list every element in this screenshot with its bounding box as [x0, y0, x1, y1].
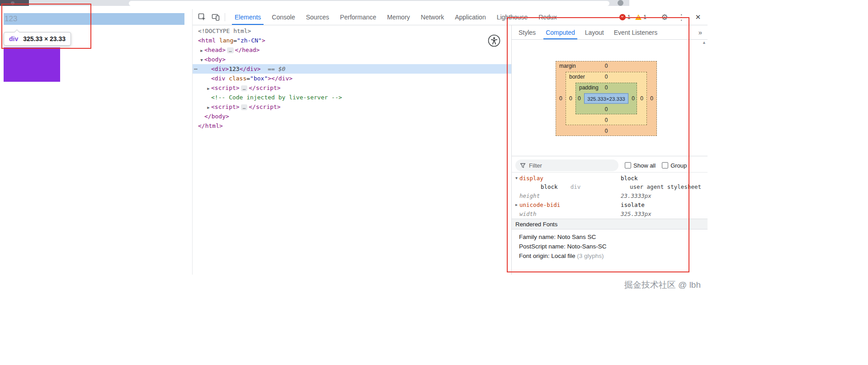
devtools-tab-application[interactable]: Application [449, 9, 491, 25]
border-right-value[interactable]: 0 [640, 95, 643, 102]
margin-top-value[interactable]: 0 [605, 63, 608, 69]
box-model-content[interactable]: 325.333×23.333 [584, 94, 628, 104]
padding-bottom-value[interactable]: 0 [605, 106, 608, 112]
element-size-tooltip: div 325.33 × 23.33 [4, 32, 71, 46]
padding-right-value[interactable]: 0 [632, 95, 635, 102]
dom-tree-row[interactable]: <html lang="zh-CN"> [193, 36, 511, 45]
filter-input[interactable]: Filter [515, 159, 618, 171]
device-toolbar-icon[interactable] [210, 11, 222, 23]
sidebar-tab-styles[interactable]: Styles [514, 25, 541, 39]
scrollbar-up-arrow[interactable]: ▲ [701, 39, 708, 46]
dom-tree-row[interactable]: </html> [193, 121, 511, 131]
computed-property-row[interactable]: height23.3333px [512, 191, 708, 200]
padding-label: padding [579, 84, 599, 91]
row-more-dots-icon[interactable]: ⋯ [194, 64, 198, 74]
token-doctype: <!DOCTYPE html> [198, 28, 251, 34]
margin-left-value[interactable]: 0 [559, 95, 562, 102]
border-label: border [569, 74, 585, 80]
font-info-text: Font origin: Local file [519, 253, 576, 259]
dom-tree-row[interactable]: <!-- Code injected by live-server --> [193, 93, 511, 102]
border-left-value[interactable]: 0 [569, 95, 572, 102]
devtools-tab-console[interactable]: Console [266, 9, 300, 25]
collapsed-content-icon[interactable]: … [241, 104, 248, 110]
dom-tree-row[interactable]: <div class="box"></div> [193, 74, 511, 83]
computed-property-row[interactable]: ▼displayblock [512, 173, 708, 182]
token-tag: </div> [240, 66, 261, 72]
token-val: "zh-CN" [237, 37, 262, 44]
address-bar-fragment[interactable] [129, 1, 609, 6]
token-tag: </head> [235, 47, 260, 53]
group-label: Group [670, 162, 687, 169]
console-warning-badge[interactable]: 1 [635, 14, 646, 20]
profile-avatar[interactable] [618, 0, 623, 6]
show-all-checkbox[interactable]: Show all [625, 162, 656, 169]
font-info-row: Font origin: Local file (3 glyphs) [512, 251, 708, 261]
expand-arrow-icon[interactable]: ▶ [514, 203, 519, 207]
token-punct: = [246, 75, 250, 82]
padding-top-value[interactable]: 0 [605, 84, 608, 91]
devtools-tab-lighthouse[interactable]: Lighthouse [491, 9, 533, 25]
purple-box-element [4, 47, 60, 82]
reload-icon[interactable] [11, 1, 14, 5]
tooltip-tag-name: div [9, 35, 18, 42]
computed-properties-list: ▼displayblockblockdivuser agent styleshe… [512, 173, 708, 218]
sidebar-tab-bar: StylesComputedLayoutEvent Listeners » [512, 25, 708, 40]
margin-right-value[interactable]: 0 [650, 95, 653, 102]
trace-stylesheet-link[interactable]: user agent stylesheet [630, 183, 701, 190]
font-info-text: PostScript name: Noto-Sans-SC [519, 243, 607, 250]
expand-arrow-icon[interactable]: ▶ [206, 103, 211, 112]
property-value: isolate [621, 201, 645, 208]
devtools-tab-elements[interactable]: Elements [229, 9, 266, 25]
expand-arrow-icon[interactable]: ▶ [206, 84, 211, 94]
margin-bottom-value[interactable]: 0 [605, 128, 608, 134]
computed-filter-row: Filter Show all Group [512, 159, 708, 172]
more-tabs-icon[interactable]: » [693, 25, 708, 39]
accessibility-icon[interactable] [487, 34, 501, 47]
dom-tree-row[interactable]: ⋯<div>123</div> == $0 [193, 64, 511, 74]
dom-tree-row[interactable]: ▶<script>…</script> [193, 83, 511, 93]
devtools-tab-performance[interactable]: Performance [335, 9, 382, 25]
border-bottom-value[interactable]: 0 [605, 117, 608, 123]
devtools-tab-network[interactable]: Network [415, 9, 449, 25]
devtools-tab-memory[interactable]: Memory [382, 9, 415, 25]
dom-tree-row[interactable]: ▶<script>…</script> [193, 102, 511, 112]
computed-property-trace-row[interactable]: blockdivuser agent stylesheet [512, 182, 708, 191]
computed-property-row[interactable]: width325.333px [512, 209, 708, 218]
close-devtools-icon[interactable]: ✕ [692, 11, 704, 23]
dom-tree-row[interactable]: <!DOCTYPE html> [193, 26, 511, 36]
expand-arrow-icon[interactable]: ▼ [514, 176, 519, 180]
expand-arrow-icon[interactable]: ▶ [199, 46, 204, 56]
dom-tree-panel: <!DOCTYPE html><html lang="zh-CN">▶<head… [193, 26, 511, 131]
expand-arrow-icon[interactable]: ▼ [199, 56, 204, 65]
box-model-border[interactable]: border 0 0 0 0 padding 0 0 0 0 325.333×2… [566, 72, 647, 125]
property-name: width [519, 211, 537, 217]
sidebar-tab-event-listeners[interactable]: Event Listeners [609, 25, 663, 39]
inspect-element-icon[interactable] [196, 11, 208, 23]
token-tag: <script> [211, 84, 240, 91]
token-attr: lang [216, 37, 233, 44]
group-checkbox[interactable]: Group [662, 162, 687, 169]
devtools-tab-redux[interactable]: Redux [533, 9, 562, 25]
error-count: 1 [627, 14, 631, 20]
token-tag: <body> [204, 56, 226, 63]
console-error-badge[interactable]: ✕ 1 [619, 14, 631, 20]
dom-tree-row[interactable]: ▼<body> [193, 55, 511, 64]
padding-left-value[interactable]: 0 [578, 95, 581, 102]
token-tag: ></div> [268, 75, 292, 82]
sidebar-tab-computed[interactable]: Computed [541, 25, 580, 39]
dom-tree-row[interactable]: </body> [193, 112, 511, 121]
checkbox-icon [662, 162, 668, 168]
collapsed-content-icon[interactable]: … [227, 47, 234, 53]
box-model-padding[interactable]: padding 0 0 0 0 325.333×23.333 [576, 83, 637, 114]
computed-property-row[interactable]: ▶unicode-bidiisolate [512, 200, 708, 209]
border-top-value[interactable]: 0 [605, 74, 608, 80]
settings-gear-icon[interactable]: ⚙ [659, 11, 670, 23]
collapsed-content-icon[interactable]: … [241, 85, 248, 91]
warning-count: 1 [643, 14, 646, 20]
dom-tree-row[interactable]: ▶<head>…</head> [193, 45, 511, 55]
devtools-tab-sources[interactable]: Sources [301, 9, 335, 25]
sidebar-tab-layout[interactable]: Layout [580, 25, 609, 39]
more-options-icon[interactable]: ⋮ [675, 11, 687, 23]
devtools-toolbar: ElementsConsoleSourcesPerformanceMemoryN… [193, 9, 708, 25]
box-model-margin[interactable]: margin 0 0 0 0 border 0 0 0 0 padding 0 … [556, 61, 657, 136]
